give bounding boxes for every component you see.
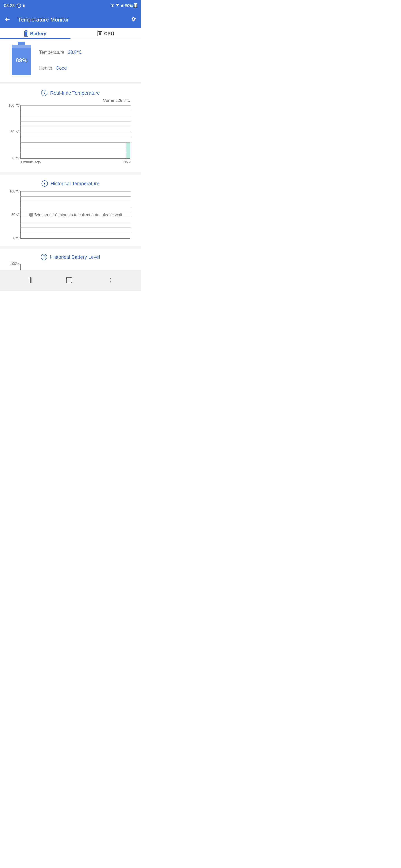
app-bar: Temperature Monitor [0,11,141,28]
signal-icon [121,4,124,8]
battery-level-title: Historical Battery Level [50,254,100,260]
status-bar: 08:38 i ▮ ⚿ 89% [0,0,141,11]
back-button[interactable] [5,17,10,23]
nav-home-button[interactable] [66,277,72,283]
wifi-icon [116,4,119,8]
settings-button[interactable] [131,16,136,24]
summary-temp-label: Temperature [39,50,64,55]
tab-cpu[interactable]: CPU [70,28,141,39]
info-icon: i [17,3,21,8]
tab-cpu-label: CPU [104,31,114,36]
tab-battery[interactable]: Battery [0,28,70,39]
realtime-ytick: 100 ℃ [8,103,21,107]
svg-rect-1 [121,5,122,7]
realtime-xlabel-left: 1 minute ago [20,160,41,164]
realtime-xlabel-right: Now [123,160,131,164]
info-icon: i [29,213,33,217]
summary-health-value: Good [56,65,66,71]
tab-bar: Battery CPU [0,28,141,39]
summary-health-row: Health Good [39,65,82,71]
svg-rect-3 [123,4,123,7]
battery-circle-icon [41,254,47,260]
historical-chart: 100℃ 50℃ 0℃ i We need 10 minutes to coll… [20,191,131,239]
nav-back-button[interactable]: 〈 [107,276,112,284]
realtime-ytick: 0 ℃ [12,156,21,160]
battery-tab-icon [24,31,28,37]
battery-summary-card: 89% Temperature 28.8℃ Health Good [0,39,141,82]
historical-ytick: 50℃ [11,213,21,217]
battery-graphic: 89% [12,45,31,75]
nav-recents-button[interactable] [29,277,32,283]
realtime-current-label: Current:28.8℃ [5,97,136,104]
historical-battery-level-section: Historical Battery Level 100% [0,248,141,270]
historical-title: Historical Temperature [51,181,99,186]
battery-level-ytick: 100% [10,262,21,266]
realtime-ytick: 50 ℃ [10,130,21,134]
realtime-temperature-section: 🌡 Real-time Temperature Current:28.8℃ 10… [0,84,141,173]
realtime-title: Real-time Temperature [50,90,100,96]
page-title: Temperature Monitor [18,17,131,23]
status-time: 08:38 [4,3,15,8]
system-nav-bar: 〈 [0,270,141,291]
historical-temperature-section: 🌡 Historical Temperature 100℃ 50℃ 0℃ i W… [0,175,141,246]
summary-temperature-row: Temperature 28.8℃ [39,50,82,55]
svg-rect-2 [122,4,123,7]
battery-percent-large: 89% [16,57,27,64]
vpn-key-icon: ⚿ [111,4,114,8]
historical-message-text: We need 10 minutes to collect data, plea… [35,213,122,217]
historical-wait-message: i We need 10 minutes to collect data, pl… [21,213,131,217]
cpu-tab-icon [97,31,102,36]
realtime-data-bar [126,143,131,158]
realtime-title-row: 🌡 Real-time Temperature [5,86,136,97]
thermometer-icon: 🌡 [41,90,47,96]
summary-temp-value: 28.8℃ [68,50,82,55]
battery-icon [134,3,137,8]
status-battery-pct: 89% [125,3,133,8]
svg-rect-0 [121,6,121,7]
battery-level-chart: 100% [20,264,131,270]
historical-title-row: 🌡 Historical Temperature [5,177,136,188]
summary-health-label: Health [39,65,52,71]
realtime-chart: 100 ℃ 50 ℃ 0 ℃ 1 minute ago Now [20,105,131,167]
historical-ytick: 0℃ [13,236,21,241]
tab-battery-label: Battery [30,31,47,36]
battery-level-title-row: Historical Battery Level [5,250,136,261]
flashlight-icon: ▮ [23,3,25,8]
historical-ytick: 100℃ [9,189,21,193]
thermometer-icon: 🌡 [41,180,48,187]
